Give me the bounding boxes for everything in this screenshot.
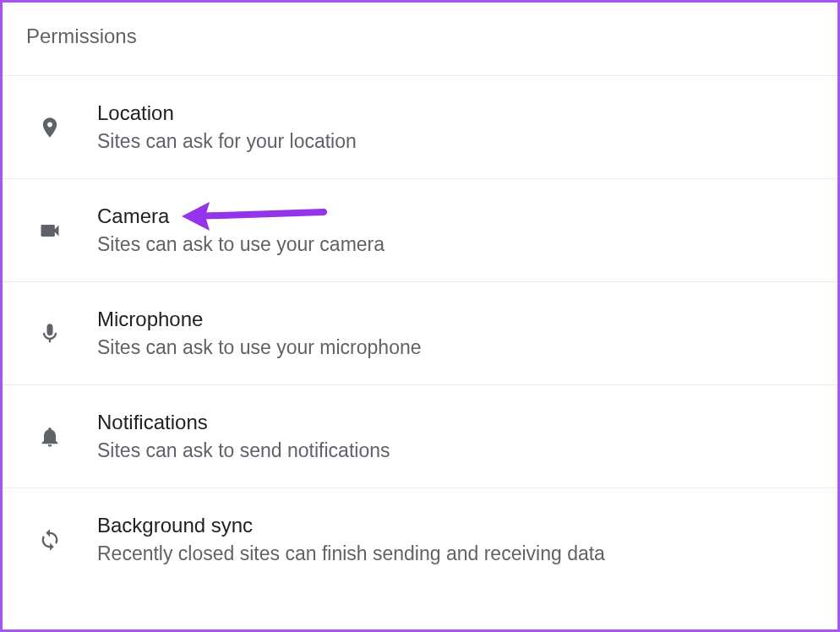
permission-text: Location Sites can ask for your location	[97, 101, 357, 153]
permission-title: Microphone	[97, 308, 422, 331]
permission-description: Recently closed sites can finish sending…	[97, 542, 605, 565]
permissions-list: Location Sites can ask for your location…	[3, 75, 837, 591]
panel-header: Permissions	[3, 3, 837, 75]
permission-description: Sites can ask to send notifications	[97, 439, 390, 462]
permission-text: Microphone Sites can ask to use your mic…	[97, 308, 422, 359]
sync-icon	[36, 526, 63, 553]
permission-item-microphone[interactable]: Microphone Sites can ask to use your mic…	[3, 282, 837, 385]
panel-title: Permissions	[26, 25, 837, 48]
permission-description: Sites can ask to use your camera	[97, 233, 385, 256]
permission-item-background-sync[interactable]: Background sync Recently closed sites ca…	[3, 488, 837, 591]
permission-title: Background sync	[97, 514, 605, 537]
permission-title: Camera	[97, 204, 385, 228]
permission-text: Notifications Sites can ask to send noti…	[97, 411, 390, 462]
permission-description: Sites can ask to use your microphone	[97, 336, 422, 359]
permission-text: Camera Sites can ask to use your camera	[97, 204, 385, 256]
permission-item-location[interactable]: Location Sites can ask for your location	[3, 76, 837, 179]
microphone-icon	[36, 320, 63, 347]
permission-description: Sites can ask for your location	[97, 130, 357, 153]
location-icon	[36, 114, 63, 141]
notifications-icon	[36, 423, 63, 450]
camera-icon	[36, 217, 63, 244]
permission-text: Background sync Recently closed sites ca…	[97, 514, 605, 565]
permission-title: Location	[97, 101, 357, 125]
permission-title: Notifications	[97, 411, 390, 434]
permission-item-camera[interactable]: Camera Sites can ask to use your camera	[3, 179, 837, 282]
permissions-panel: Permissions Location Sites can ask for y…	[0, 0, 840, 632]
permission-item-notifications[interactable]: Notifications Sites can ask to send noti…	[3, 385, 837, 488]
